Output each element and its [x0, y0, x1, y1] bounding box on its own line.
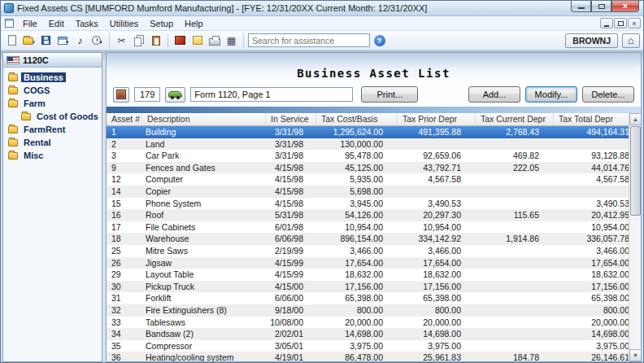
cell-tax-prior-depr: 92,659.06	[398, 150, 476, 162]
cell-tax-cost-basis: 54,126.00	[316, 209, 398, 221]
table-row[interactable]: 12 Computer 4/15/98 5,935.00 4,567.58 4,…	[107, 173, 631, 186]
cell-tax-cost-basis: 1,295,624.00	[316, 126, 398, 138]
asset-table: Asset # Description In Service Tax Cost/…	[107, 113, 641, 361]
timer-icon[interactable]: ▾	[89, 33, 105, 48]
menu-item[interactable]: Setup	[144, 18, 179, 29]
organizer-icon[interactable]	[189, 33, 205, 48]
notes-icon[interactable]: ♪	[72, 33, 88, 48]
sidebar-item[interactable]: Cost of Goods	[5, 110, 100, 123]
table-row[interactable]: 25 Mitre Saws 2/19/99 3,466.00 3,466.00 …	[107, 245, 631, 257]
sidebar-item[interactable]: Business	[5, 71, 100, 84]
folder-icon	[8, 152, 18, 160]
column-header[interactable]: Tax Cost/Basis	[316, 113, 398, 125]
menu-item[interactable]: File	[17, 18, 43, 29]
menu-item[interactable]: Help	[179, 18, 209, 29]
table-row[interactable]: 36 Heating/cooling system 4/19/01 86,478…	[107, 352, 631, 361]
scrollbar-thumb[interactable]	[630, 126, 641, 216]
delete-button[interactable]: Delete...	[582, 86, 634, 103]
app-icon	[4, 3, 14, 13]
maximize-button[interactable]	[591, 1, 611, 12]
cell-in-service: 6/01/98	[266, 221, 316, 234]
calculator-icon[interactable]: ▦	[224, 33, 239, 48]
sidebar-item[interactable]: COGS	[5, 84, 100, 97]
building-image-button[interactable]	[113, 87, 129, 103]
vehicle-image-button[interactable]	[165, 87, 185, 103]
search-input[interactable]	[248, 33, 370, 47]
vertical-scrollbar[interactable]: ▲ ▼	[629, 113, 641, 361]
table-row[interactable]: 33 Tablesaws 10/08/00 20,000.00 20,000.0…	[107, 317, 631, 329]
mdi-close-button[interactable]: ×	[628, 18, 641, 28]
column-header[interactable]: Tax Prior Depr	[398, 113, 476, 125]
menu-item[interactable]: Edit	[43, 18, 70, 29]
table-row[interactable]: 31 Forklift 6/06/00 65,398.00 65,398.00 …	[107, 292, 631, 304]
table-row[interactable]: 3 Car Park 3/31/98 95,478.00 92,659.06 4…	[107, 150, 631, 162]
help-icon[interactable]: ?	[372, 33, 387, 48]
cell-tax-cost-basis: 20,000.00	[316, 317, 398, 329]
table-row[interactable]: 1 Building 3/31/98 1,295,624.00 491,395.…	[107, 126, 631, 138]
copy-glyph	[134, 37, 141, 46]
table-row[interactable]: 14 Copier 4/15/98 5,698.00	[107, 186, 631, 198]
user-button[interactable]: BROWNJ	[565, 33, 618, 48]
save-icon[interactable]	[38, 33, 54, 48]
add-button[interactable]: Add...	[468, 86, 520, 103]
cell-in-service: 4/15/99	[266, 269, 316, 281]
table-row[interactable]: 16 Roof 5/31/98 54,126.00 20,297.30 115.…	[107, 209, 631, 221]
column-header[interactable]: Description	[142, 113, 266, 125]
table-row[interactable]: 32 Fire Extinguishers (8) 9/18/00 800.00…	[107, 304, 631, 317]
copy-icon[interactable]	[131, 33, 146, 48]
table-row[interactable]: 2 Land 3/31/98 130,000.00	[107, 138, 631, 151]
mdi-window-controls: ×	[600, 18, 641, 28]
mdi-minimize-button[interactable]	[600, 18, 613, 28]
cell-tax-prior-depr: 10,954.00	[398, 221, 476, 234]
open-folder-icon[interactable]: ▾	[21, 33, 37, 48]
form-field[interactable]	[190, 87, 353, 102]
column-header[interactable]: Tax Current Depr	[476, 113, 554, 125]
view-form-icon[interactable]: ▾	[55, 33, 71, 48]
table-row[interactable]: 34 Bandsaw (2) 2/02/01 14,698.00 14,698.…	[107, 328, 631, 340]
menu-item[interactable]: Tasks	[70, 18, 104, 29]
printer-glyph	[209, 38, 220, 46]
sidebar-item[interactable]: FarmRent	[5, 123, 100, 136]
table-row[interactable]: 9 Fences and Gates 4/15/98 45,125.00 43,…	[107, 162, 631, 174]
cell-description: Pickup Truck	[142, 281, 266, 293]
cell-description: Roof	[142, 209, 266, 221]
new-document-icon[interactable]	[4, 33, 20, 48]
cell-asset-number: 15	[107, 198, 142, 210]
cell-tax-total-depr: 17,654.00	[554, 257, 631, 269]
sidebar-item[interactable]: Misc	[5, 149, 100, 162]
close-button[interactable]: ×	[611, 1, 639, 12]
cell-tax-cost-basis: 3,466.00	[316, 245, 398, 257]
print-icon[interactable]	[207, 33, 222, 48]
cell-tax-total-depr: 44,014.76	[554, 162, 631, 174]
column-header[interactable]: Tax Total Depr	[554, 113, 631, 125]
cell-tax-prior-depr: 18,632.00	[398, 269, 476, 281]
scroll-down-button[interactable]: ▼	[629, 349, 641, 361]
table-row[interactable]: 17 File Cabinets 6/01/98 10,954.00 10,95…	[107, 221, 631, 234]
table-row[interactable]: 30 Pickup Truck 4/15/00 17,156.00 17,156…	[107, 281, 631, 293]
cell-in-service: 3/05/01	[266, 340, 316, 352]
cell-asset-number: 18	[107, 233, 142, 245]
table-row[interactable]: 29 Layout Table 4/15/99 18,632.00 18,632…	[107, 269, 631, 281]
column-header[interactable]: In Service	[266, 113, 316, 125]
cell-tax-total-depr	[554, 138, 631, 151]
cell-description: File Cabinets	[142, 221, 266, 234]
sidebar-item[interactable]: Farm	[5, 97, 100, 110]
menu-item[interactable]: Utilities	[104, 18, 144, 29]
table-row[interactable]: 26 Jigsaw 4/15/99 17,654.00 17,654.00 17…	[107, 257, 631, 269]
modify-button[interactable]: Modify...	[525, 86, 577, 103]
column-header[interactable]: Asset #	[107, 113, 142, 125]
table-row[interactable]: 15 Phone System 4/15/98 3,945.00 3,490.5…	[107, 198, 631, 210]
table-row[interactable]: 18 Warehouse 6/06/98 896,154.00 334,142.…	[107, 233, 631, 245]
table-row[interactable]: 35 Compressor 3/05/01 3,975.00 3,975.00 …	[107, 340, 631, 352]
minimize-button[interactable]	[571, 1, 591, 12]
cell-tax-cost-basis: 5,935.00	[316, 173, 398, 186]
cell-in-service: 4/15/98	[266, 186, 316, 198]
cut-icon[interactable]: ✂	[114, 33, 129, 48]
mdi-restore-button[interactable]	[614, 18, 627, 28]
scroll-up-button[interactable]: ▲	[629, 113, 641, 125]
paste-icon[interactable]	[148, 33, 163, 48]
print-button[interactable]: Print...	[361, 86, 418, 103]
sidebar-item[interactable]: Rental	[5, 136, 100, 149]
display-assets-icon[interactable]	[172, 33, 188, 48]
home-button[interactable]: ⌂	[622, 33, 640, 48]
